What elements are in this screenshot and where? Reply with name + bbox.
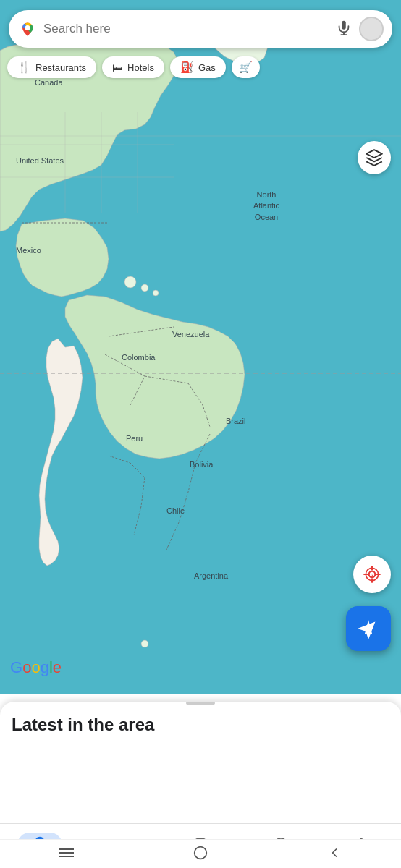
android-back-btn[interactable]	[327, 846, 342, 863]
search-bar[interactable]	[9, 10, 392, 48]
latest-title: Latest in the area	[0, 715, 401, 742]
search-input[interactable]	[43, 22, 330, 36]
hotels-icon: 🛏	[112, 61, 123, 74]
android-nav-bar	[0, 839, 401, 868]
android-menu-btn[interactable]	[59, 846, 74, 861]
android-home-btn[interactable]	[193, 846, 208, 863]
gas-icon: ⛽	[180, 61, 194, 74]
navigate-fab[interactable]	[346, 606, 391, 651]
filter-hotels[interactable]: 🛏 Hotels	[102, 56, 164, 78]
svg-point-1	[124, 276, 136, 288]
svg-point-2	[141, 284, 148, 292]
bottom-sheet: Latest in the area	[0, 702, 401, 823]
svg-point-3	[153, 290, 159, 296]
svg-point-7	[25, 25, 30, 30]
map-container[interactable]: Canada United States Mexico NorthAtlanti…	[0, 0, 401, 694]
filter-pills: 🍴 Restaurants 🛏 Hotels ⛽ Gas 🛒	[7, 56, 260, 78]
google-logo: Google	[10, 658, 62, 677]
svg-point-26	[195, 846, 207, 859]
google-maps-logo	[17, 19, 38, 39]
svg-text:?: ?	[371, 572, 374, 579]
recenter-button[interactable]: ?	[353, 556, 391, 593]
sheet-handle	[186, 702, 215, 705]
svg-point-4	[141, 640, 148, 647]
shopping-cart-icon: 🛒	[239, 61, 253, 74]
user-avatar[interactable]	[359, 17, 384, 41]
gas-label: Gas	[198, 62, 216, 73]
filter-gas[interactable]: ⛽ Gas	[170, 56, 226, 78]
hotels-label: Hotels	[127, 62, 154, 73]
mic-icon[interactable]	[336, 20, 352, 39]
restaurants-label: Restaurants	[35, 62, 86, 73]
layers-button[interactable]	[358, 141, 391, 174]
map-svg	[0, 0, 401, 694]
restaurants-icon: 🍴	[17, 61, 31, 74]
filter-more[interactable]: 🛒	[232, 56, 260, 78]
filter-restaurants[interactable]: 🍴 Restaurants	[7, 56, 96, 78]
